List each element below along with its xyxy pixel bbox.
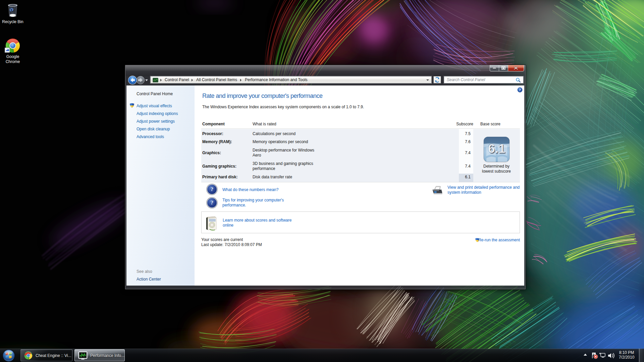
- svg-text:?: ?: [519, 88, 521, 92]
